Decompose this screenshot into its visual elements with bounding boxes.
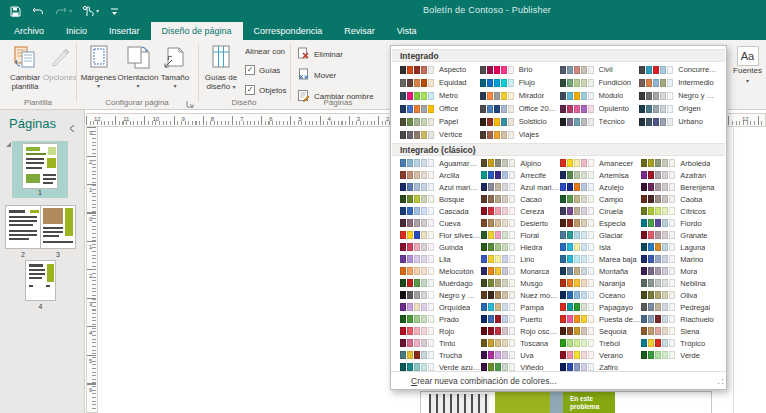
scheme-prado[interactable]: Prado xyxy=(399,313,480,325)
scheme-mirador[interactable]: Mirador xyxy=(479,89,559,102)
scheme-vinedo[interactable]: Viñedo xyxy=(480,361,559,371)
scheme-guinda[interactable]: Guinda xyxy=(399,241,480,253)
scheme-granate[interactable]: Granate xyxy=(640,229,718,241)
scheme-especia[interactable]: Especia xyxy=(559,217,640,229)
scheme-rojo[interactable]: Rojo xyxy=(399,325,480,337)
scheme-civil[interactable]: Civil xyxy=(559,63,639,76)
scheme-pampa[interactable]: Pampa xyxy=(480,301,559,313)
scheme-urbano[interactable]: Urbano xyxy=(638,115,718,128)
scheme-rojo-osc[interactable]: Rojo osc… xyxy=(480,325,559,337)
scheme-verde[interactable]: Verde xyxy=(640,349,718,361)
scheme-toscana[interactable]: Toscana xyxy=(480,337,559,349)
scheme-arboleda[interactable]: Arboleda xyxy=(640,157,718,169)
orientation-button[interactable]: Orientación ▾ xyxy=(118,43,158,89)
move-page-button[interactable]: Mover xyxy=(297,68,336,83)
scheme-intermedio[interactable]: Intermedio xyxy=(638,76,718,89)
slats-photo[interactable] xyxy=(429,394,489,413)
tab-correspondencia[interactable]: Correspondencia xyxy=(243,22,334,40)
scheme-trebol[interactable]: Trébol xyxy=(559,337,640,349)
page-thumbnail-3[interactable] xyxy=(40,205,76,249)
scheme-negro-y[interactable]: Negro y … xyxy=(638,89,718,102)
scheme-lila[interactable]: Lila xyxy=(399,253,480,265)
scheme-azafran[interactable]: Azafrán xyxy=(640,169,718,181)
scheme-zafiro[interactable]: Zafiro xyxy=(559,361,640,371)
redo-icon[interactable]: ▾ xyxy=(55,6,72,16)
scheme-trucha[interactable]: Trucha xyxy=(399,349,480,361)
resize-grip-icon[interactable] xyxy=(717,377,724,387)
scheme-laguna[interactable]: Laguna xyxy=(640,241,718,253)
margins-button[interactable]: Márgenes ▾ xyxy=(80,43,117,89)
scheme-verde-azu[interactable]: Verde azu… xyxy=(399,361,480,371)
page-thumbnail-2[interactable] xyxy=(5,205,41,249)
scheme-metro[interactable]: Metro xyxy=(399,89,479,102)
undo-icon[interactable] xyxy=(32,6,44,16)
scheme-tecnico[interactable]: Técnico xyxy=(559,115,639,128)
scheme-glaciar[interactable]: Glaciar xyxy=(559,229,640,241)
page-thumbnail-1[interactable] xyxy=(22,143,58,189)
scheme-modulo[interactable]: Módulo xyxy=(559,89,639,102)
collapse-panel-icon[interactable] xyxy=(69,119,75,137)
scheme-arcilla[interactable]: Arcilla xyxy=(399,169,480,181)
scheme-origen[interactable]: Origen xyxy=(638,102,718,115)
scheme-opulento[interactable]: Opulento xyxy=(559,102,639,115)
scheme-artemisa[interactable]: Artemisa xyxy=(559,169,640,181)
green-rectangle[interactable] xyxy=(495,392,550,413)
guides-checkbox[interactable]: ✓ Guías xyxy=(245,65,280,75)
scheme-muerdago[interactable]: Muérdago xyxy=(399,277,480,289)
scheme-aguamar[interactable]: Aguamar… xyxy=(399,157,480,169)
change-template-button[interactable]: Cambiar plantilla xyxy=(3,43,47,91)
scheme-azulejo[interactable]: Azulejo xyxy=(559,181,640,193)
scheme-riachuelo[interactable]: Riachuelo xyxy=(640,313,718,325)
scheme-fundicion[interactable]: Fundición xyxy=(559,76,639,89)
touch-mouse-mode-icon[interactable]: ▾ xyxy=(83,5,99,17)
scheme-alpino[interactable]: Alpino xyxy=(480,157,559,169)
tab-archivo[interactable]: Archivo xyxy=(3,22,55,40)
create-new-color-scheme[interactable]: Crear nueva combinación de colores... xyxy=(391,371,726,389)
tab-insertar[interactable]: Insertar xyxy=(98,22,151,40)
scheme-pedregal[interactable]: Pedregal xyxy=(640,301,718,313)
scheme-fiordo[interactable]: Fiordo xyxy=(640,217,718,229)
publication-page[interactable]: En este problema xyxy=(420,391,712,413)
scheme-office[interactable]: Office xyxy=(399,102,479,115)
photo-strip[interactable] xyxy=(550,392,563,413)
tab-revisar[interactable]: Revisar xyxy=(333,22,386,40)
scheme-ciruela[interactable]: Ciruela xyxy=(559,205,640,217)
scheme-negro-y[interactable]: Negro y … xyxy=(399,289,480,301)
scheme-marino[interactable]: Marino xyxy=(640,253,718,265)
panel-expand-icon[interactable] xyxy=(5,134,12,152)
page-thumbnail-4[interactable] xyxy=(25,260,56,301)
scheme-cacao[interactable]: Cacao xyxy=(480,193,559,205)
scheme-berenjena[interactable]: Berenjena xyxy=(640,181,718,193)
scheme-cueva[interactable]: Cueva xyxy=(399,217,480,229)
scheme-papel[interactable]: Papel xyxy=(399,115,479,128)
redo-dropdown-arrow[interactable]: ▾ xyxy=(69,8,72,14)
touch-mode-dropdown-arrow[interactable]: ▾ xyxy=(96,8,99,14)
scheme-melocoton[interactable]: Melocotón xyxy=(399,265,480,277)
scheme-flujo[interactable]: Flujo xyxy=(479,76,559,89)
scheme-vertice[interactable]: Vértice xyxy=(399,128,479,141)
scheme-naranja[interactable]: Naranja xyxy=(559,277,640,289)
scheme-siena[interactable]: Siena xyxy=(640,325,718,337)
scheme-marea-baja[interactable]: Marea baja xyxy=(559,253,640,265)
scheme-verano[interactable]: Verano xyxy=(559,349,640,361)
scheme-montana[interactable]: Montaña xyxy=(559,265,640,277)
scheme-bosque[interactable]: Bosque xyxy=(399,193,480,205)
scheme-campo[interactable]: Campo xyxy=(559,193,640,205)
scheme-azul-mari[interactable]: Azul mari… xyxy=(399,181,480,193)
scheme-uva[interactable]: Uva xyxy=(480,349,559,361)
scheme-oliva[interactable]: Oliva xyxy=(640,289,718,301)
scheme-orquidea[interactable]: Orquídea xyxy=(399,301,480,313)
scheme-nuez-mo[interactable]: Nuez mo… xyxy=(480,289,559,301)
tab-vista[interactable]: Vista xyxy=(386,22,428,40)
scheme-solsticio[interactable]: Solsticio xyxy=(479,115,559,128)
scheme-azul-mari[interactable]: Azul mari… xyxy=(480,181,559,193)
scheme-office-20[interactable]: Office 20… xyxy=(479,102,559,115)
scheme-papagayo[interactable]: Papagayo xyxy=(559,301,640,313)
scheme-cereza[interactable]: Cereza xyxy=(480,205,559,217)
scheme-mora[interactable]: Mora xyxy=(640,265,718,277)
save-icon[interactable] xyxy=(10,6,21,17)
scheme-brio[interactable]: Brío xyxy=(479,63,559,76)
scheme-caoba[interactable]: Caoba xyxy=(640,193,718,205)
scheme-concurre[interactable]: Concurre… xyxy=(638,63,718,76)
scheme-isla[interactable]: Isla xyxy=(559,241,640,253)
